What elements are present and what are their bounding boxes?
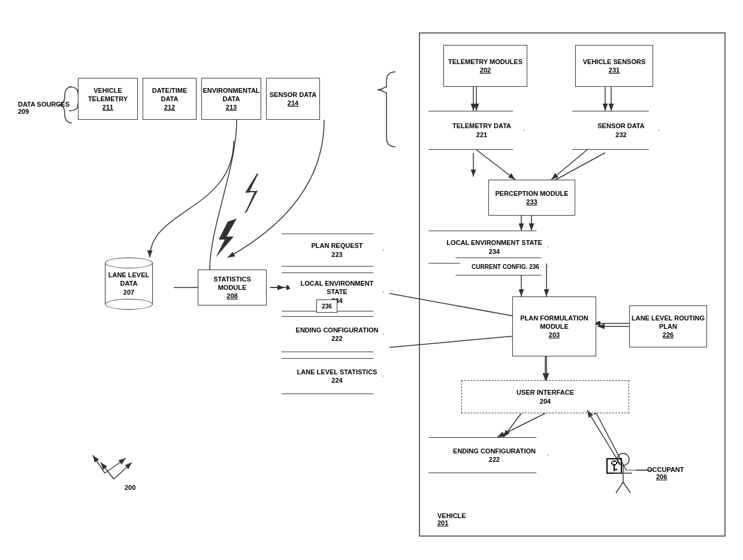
data-sources-label: DATA SOURCES 209 [18, 101, 70, 115]
vehicle-sensors-box: VEHICLE SENSORS 231 [575, 45, 653, 87]
config-236-left: 236 [316, 299, 337, 313]
ending-config-left-ribbon: ENDING CONFIGURATION 222 [282, 316, 383, 352]
svg-line-24 [616, 482, 623, 493]
ending-config-right-ribbon: ENDING CONFIGURATION 222 [428, 437, 548, 473]
plan-request-ribbon: PLAN REQUEST 223 [282, 234, 383, 267]
telemetry-modules-box: TELEMETRY MODULES 202 [443, 45, 527, 87]
vehicle-label: VEHICLE 201 [437, 512, 466, 526]
svg-line-25 [623, 482, 630, 493]
svg-marker-27 [244, 172, 258, 214]
svg-line-38 [551, 150, 587, 180]
environmental-box: ENVIRONMENTAL DATA 213 [201, 78, 261, 120]
datetime-box: DATE/TIME DATA 212 [143, 78, 197, 120]
statistics-module-box: STATISTICS MODULE 208 [198, 270, 267, 305]
telemetry-data-ribbon: TELEMETRY DATA 221 [428, 111, 524, 150]
svg-line-40 [101, 462, 114, 479]
plan-formulation-box: PLAN FORMULATION MODULE 203 [512, 296, 596, 356]
occupant-label: OCCUPANT 206 [647, 466, 684, 480]
svg-line-15 [497, 413, 545, 437]
svg-marker-20 [216, 219, 237, 258]
lane-level-stats-ribbon: LANE LEVEL STATISTICS 224 [282, 358, 383, 394]
ref-200-label: 200 [125, 484, 135, 491]
lane-level-routing-box: LANE LEVEL ROUTING PLAN 226 [629, 305, 707, 347]
sensor-data-right-ribbon: SENSOR DATA 232 [572, 111, 659, 150]
vehicle-telemetry-box: VEHICLE TELEMETRY 211 [78, 78, 138, 120]
svg-line-6 [389, 335, 521, 347]
svg-line-37 [476, 150, 515, 180]
perception-module-box: PERCEPTION MODULE 233 [488, 180, 575, 216]
user-interface-box: USER INTERFACE 204 [461, 380, 629, 413]
svg-line-5 [389, 293, 521, 317]
svg-line-18 [93, 455, 105, 473]
cylinder-body: LANE LEVEL DATA 207 [105, 263, 153, 305]
person-figure [611, 452, 635, 494]
cylinder-top [105, 258, 153, 268]
lane-level-data: LANE LEVEL DATA 207 [105, 258, 153, 305]
svg-line-19 [105, 458, 126, 473]
svg-point-21 [617, 453, 629, 465]
current-config-ribbon: CURRENT CONFIG. 236 [455, 258, 548, 276]
sensor-data-left-box: SENSOR DATA 214 [266, 78, 320, 120]
svg-line-32 [503, 413, 521, 437]
svg-line-41 [114, 462, 132, 479]
diagram: DATA SOURCES 209 VEHICLE TELEMETRY 211 D… [0, 0, 743, 560]
